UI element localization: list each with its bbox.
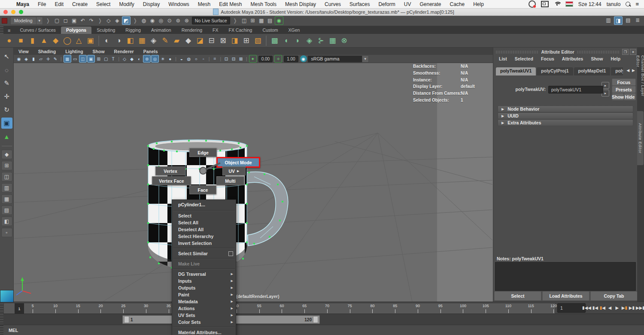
range-right-handle[interactable] — [313, 316, 318, 323]
shelf-tab-curves-surfaces[interactable]: Curves / Surfaces — [15, 27, 61, 34]
last-tool-used[interactable]: ▣ — [1, 118, 12, 129]
shelf-tab-fx-caching[interactable]: FX Caching — [224, 27, 258, 34]
menu-item-pcylinder1[interactable]: pCylinder1... — [172, 200, 236, 209]
macos-menu-maya[interactable]: Maya — [12, 1, 33, 7]
current-frame-marker[interactable]: 1 — [15, 303, 24, 314]
snap-to-grid-icon[interactable]: ⌗ — [211, 55, 218, 62]
notification-center-icon[interactable]: ≡ — [635, 1, 639, 7]
ae-tab-polytweakuv1[interactable]: polyTweakUV1 — [496, 67, 536, 75]
uv-snapshot-icon[interactable]: ▦ — [327, 35, 338, 46]
file-save-icon[interactable]: ▣ — [70, 17, 78, 24]
step-back-key-button[interactable]: ▮◀ — [599, 303, 606, 312]
camera-bookmark-icon[interactable]: ▮ — [30, 55, 37, 62]
snap-projected-center-icon[interactable]: ⊙ — [166, 17, 173, 24]
crease-icon[interactable]: ⊞ — [240, 35, 252, 46]
panel-menu-shading[interactable]: Shading — [33, 49, 61, 54]
select-component-icon[interactable]: ◩ — [122, 16, 131, 25]
bridge-icon[interactable]: ⊟ — [206, 35, 217, 46]
render-sequence-icon[interactable]: ◉ — [275, 16, 283, 25]
smooth-icon[interactable]: ▦ — [136, 35, 148, 46]
macos-menu-generate[interactable]: Generate — [415, 1, 445, 7]
snap-view-plane-icon[interactable]: ⊚ — [174, 17, 182, 24]
menu-item-inputs[interactable]: Inputs▶ — [172, 278, 236, 284]
input-language-flag-icon[interactable] — [565, 1, 573, 7]
shelf-menu-icon[interactable]: ≡ — [3, 28, 15, 34]
shelf-tab-xgen[interactable]: XGen — [283, 27, 305, 34]
macos-menu-select[interactable]: Select — [92, 1, 115, 7]
menu-bar-clock[interactable]: Sze 12:44 — [578, 1, 601, 7]
tab-scroll-right-icon[interactable]: ▶ — [632, 68, 635, 72]
shadows-icon[interactable]: ◎ — [151, 55, 159, 63]
grease-pencil-icon[interactable]: ✎ — [52, 55, 59, 62]
menu-set-selector[interactable]: Modeling ▼ — [10, 17, 43, 25]
attribute-editor-sidebar-icon[interactable]: ◨ — [614, 16, 623, 25]
macos-menu-file[interactable]: File — [33, 1, 50, 7]
macos-menu-curves[interactable]: Curves — [320, 1, 345, 7]
motion-blur-icon[interactable]: ● — [167, 55, 173, 62]
ae-menu-attributes[interactable]: Attributes — [558, 56, 587, 61]
option-box-icon[interactable] — [228, 251, 233, 256]
spherical-map-icon[interactable]: ◗ — [292, 35, 304, 46]
menu-item-actions[interactable]: Actions▶ — [172, 305, 236, 312]
macos-menu-mesh-tools[interactable]: Mesh Tools — [246, 1, 281, 7]
exposure-icon[interactable]: ✦ — [249, 55, 257, 63]
poly-sphere-icon[interactable]: ● — [3, 35, 15, 46]
render-current-frame-icon[interactable]: ⊞ — [249, 17, 257, 24]
ae-menu-selected[interactable]: Selected — [511, 56, 537, 61]
toolbar-section-collapse[interactable]: ❭ — [44, 18, 52, 24]
color-management-icon[interactable]: ◉ — [300, 55, 307, 62]
macos-menu-deform[interactable]: Deform — [374, 1, 399, 7]
automatic-map-icon[interactable]: ◈ — [304, 35, 315, 46]
poly-plane-icon[interactable]: ◆ — [50, 35, 61, 46]
panel-close-icon[interactable]: ✕ — [630, 49, 636, 55]
wifi-icon[interactable] — [554, 2, 560, 6]
axis-orientation-gizmo[interactable]: ▲ — [1, 131, 12, 142]
viewport-exposure-field[interactable]: 0.00 — [258, 56, 273, 62]
marking-menu-item-vertex-face[interactable]: Vertex Face — [152, 176, 191, 185]
step-back-frame-button[interactable]: ▮◀ — [592, 303, 598, 312]
target-weld-icon[interactable]: ⊠ — [217, 35, 229, 46]
gate-mask-icon[interactable]: ▣ — [87, 55, 95, 63]
gamma-icon[interactable]: ✧ — [274, 55, 282, 63]
four-pane-layout[interactable]: ⊞ — [1, 161, 12, 170]
go-to-end-button[interactable]: ▶▶▮ — [636, 303, 644, 312]
macos-menu-cache[interactable]: Cache — [446, 1, 469, 7]
menu-item-deselect-all[interactable]: Deselect All — [172, 226, 236, 233]
show-button[interactable]: Show — [612, 93, 624, 100]
separate-icon[interactable]: ◑ — [113, 35, 125, 46]
shelf-tab-polygons[interactable]: Polygons — [61, 27, 91, 34]
menu-item-select-all[interactable]: Select All — [172, 219, 236, 226]
modeling-toolkit-sidebar-icon[interactable]: ▥ — [605, 16, 612, 24]
load-attributes-button[interactable]: Load Attributes — [542, 291, 589, 301]
outliner-pane-layout[interactable]: ▥ — [1, 183, 12, 193]
play-backwards-button[interactable]: ◀ — [607, 303, 613, 312]
rotate-tool[interactable]: ↻ — [1, 104, 12, 115]
redo-icon[interactable]: ↷ — [88, 17, 95, 24]
pane-previous-icon[interactable]: ⊟ — [230, 55, 237, 62]
reduce-icon[interactable]: ▧ — [252, 35, 264, 46]
toolbar-section-collapse[interactable]: ❭ — [231, 18, 239, 24]
macos-menu-edit-mesh[interactable]: Edit Mesh — [215, 1, 246, 7]
toolbar-section-collapse[interactable]: ❭ — [96, 18, 104, 24]
panel-menu-show[interactable]: Show — [88, 49, 109, 54]
spotlight-search-icon[interactable] — [626, 2, 630, 6]
section-uuid[interactable]: ▶UUID — [498, 112, 633, 119]
poly-cylinder-icon[interactable]: ▮ — [27, 35, 38, 46]
toolbar-section-collapse[interactable]: ❭ — [131, 18, 139, 24]
poly-cube-icon[interactable]: ■ — [15, 35, 27, 46]
shelf-tab-rigging[interactable]: Rigging — [120, 27, 146, 34]
shelf-tab-fx[interactable]: FX — [207, 27, 223, 34]
snap-curve-icon[interactable]: ◉ — [149, 17, 156, 24]
command-line-mode[interactable]: MEL — [3, 328, 22, 333]
render-view-icon[interactable]: ◫ — [240, 17, 248, 24]
marking-menu-item-face[interactable]: Face — [189, 185, 216, 194]
xray-joints-icon[interactable]: ○ — [193, 55, 200, 62]
menu-item-metadata[interactable]: Metadata▶ — [172, 298, 236, 305]
render-settings-icon[interactable]: ▤ — [266, 17, 274, 24]
select-tool[interactable]: ↖ — [1, 51, 12, 62]
shelf-grip[interactable] — [0, 26, 3, 34]
macos-menu-edit[interactable]: Edit — [50, 1, 68, 7]
macos-menu-uv[interactable]: UV — [400, 1, 416, 7]
lock-camera-icon[interactable]: ◈ — [23, 55, 30, 62]
panel-menu-panels[interactable]: Panels — [139, 49, 163, 54]
